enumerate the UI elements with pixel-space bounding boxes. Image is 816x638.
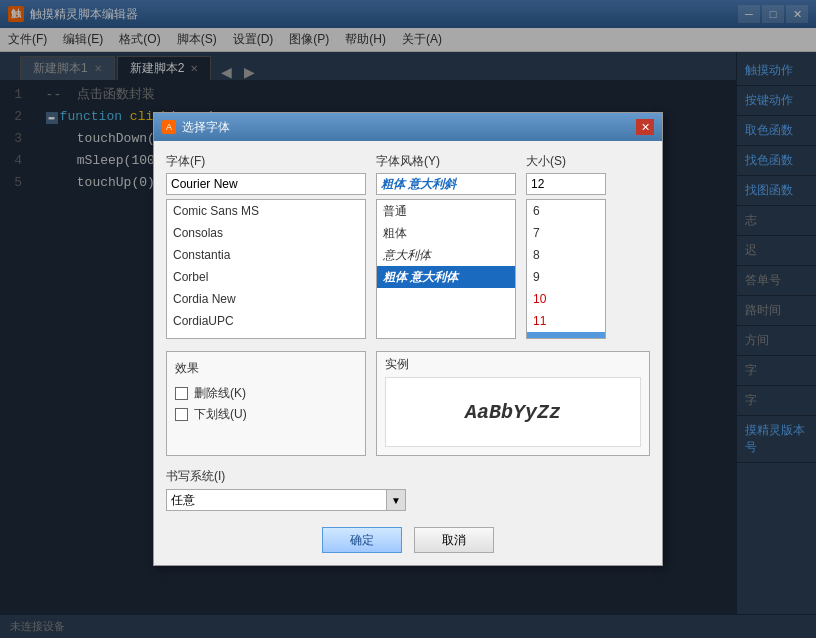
confirm-button[interactable]: 确定 bbox=[322, 527, 402, 553]
font-item-cordia[interactable]: Cordia New bbox=[167, 288, 365, 310]
font-list[interactable]: Comic Sans MS Consolas Constantia Corbel… bbox=[166, 199, 366, 339]
effects-box: 效果 删除线(K) 下划线(U) bbox=[166, 351, 366, 456]
dialog-overlay: A 选择字体 ✕ 字体(F) Comic Sans MS Consolas Co… bbox=[0, 0, 816, 638]
size-8[interactable]: 8 bbox=[527, 244, 605, 266]
dialog-icon: A bbox=[162, 120, 176, 134]
underline-checkbox[interactable] bbox=[175, 408, 188, 421]
strikethrough-row: 删除线(K) bbox=[175, 385, 357, 402]
style-bold-italic[interactable]: 粗体 意大利体 bbox=[377, 266, 515, 288]
font-columns: 字体(F) Comic Sans MS Consolas Constantia … bbox=[166, 153, 650, 339]
size-column: 大小(S) 6 7 8 9 10 11 12 14 bbox=[526, 153, 606, 339]
dialog-title-text: 选择字体 bbox=[182, 119, 230, 136]
font-input[interactable] bbox=[166, 173, 366, 195]
font-label: 字体(F) bbox=[166, 153, 366, 170]
size-label: 大小(S) bbox=[526, 153, 606, 170]
underline-label: 下划线(U) bbox=[194, 406, 247, 423]
script-label: 书写系统(I) bbox=[166, 468, 650, 485]
font-item-corbel[interactable]: Corbel bbox=[167, 266, 365, 288]
style-column: 字体风格(Y) 普通 粗体 意大利体 粗体 意大利体 bbox=[376, 153, 516, 339]
dialog-close-button[interactable]: ✕ bbox=[636, 119, 654, 135]
style-normal[interactable]: 普通 bbox=[377, 200, 515, 222]
style-input[interactable] bbox=[376, 173, 516, 195]
font-dialog: A 选择字体 ✕ 字体(F) Comic Sans MS Consolas Co… bbox=[153, 112, 663, 566]
strikethrough-label: 删除线(K) bbox=[194, 385, 246, 402]
style-italic[interactable]: 意大利体 bbox=[377, 244, 515, 266]
font-column: 字体(F) Comic Sans MS Consolas Constantia … bbox=[166, 153, 366, 339]
preview-area: AaBbYyZz bbox=[385, 377, 641, 447]
font-item-cordiaupc[interactable]: CordiaUPC bbox=[167, 310, 365, 332]
size-7[interactable]: 7 bbox=[527, 222, 605, 244]
size-12[interactable]: 12 bbox=[527, 332, 605, 339]
style-list[interactable]: 普通 粗体 意大利体 粗体 意大利体 bbox=[376, 199, 516, 339]
strikethrough-checkbox[interactable] bbox=[175, 387, 188, 400]
size-6[interactable]: 6 bbox=[527, 200, 605, 222]
font-item-courier[interactable]: Courier bbox=[167, 332, 365, 339]
script-select[interactable]: 任意 bbox=[166, 489, 406, 511]
effects-section: 效果 删除线(K) 下划线(U) 实例 AaBbYyZz bbox=[166, 351, 650, 456]
script-section: 书写系统(I) 任意 ▼ bbox=[166, 468, 650, 511]
preview-title: 实例 bbox=[377, 352, 649, 377]
font-dialog-title: A 选择字体 ✕ bbox=[154, 113, 662, 141]
size-11[interactable]: 11 bbox=[527, 310, 605, 332]
style-bold[interactable]: 粗体 bbox=[377, 222, 515, 244]
size-list[interactable]: 6 7 8 9 10 11 12 14 bbox=[526, 199, 606, 339]
font-item-constantia[interactable]: Constantia bbox=[167, 244, 365, 266]
font-item-consolas[interactable]: Consolas bbox=[167, 222, 365, 244]
preview-box: 实例 AaBbYyZz bbox=[376, 351, 650, 456]
script-select-wrapper: 任意 ▼ bbox=[166, 489, 406, 511]
size-input[interactable] bbox=[526, 173, 606, 195]
cancel-button[interactable]: 取消 bbox=[414, 527, 494, 553]
size-10[interactable]: 10 bbox=[527, 288, 605, 310]
style-label: 字体风格(Y) bbox=[376, 153, 516, 170]
font-dialog-body: 字体(F) Comic Sans MS Consolas Constantia … bbox=[154, 141, 662, 565]
font-item-comic[interactable]: Comic Sans MS bbox=[167, 200, 365, 222]
preview-text: AaBbYyZz bbox=[465, 401, 561, 424]
effects-title: 效果 bbox=[175, 360, 357, 377]
underline-row: 下划线(U) bbox=[175, 406, 357, 423]
size-9[interactable]: 9 bbox=[527, 266, 605, 288]
dialog-buttons: 确定 取消 bbox=[166, 523, 650, 553]
